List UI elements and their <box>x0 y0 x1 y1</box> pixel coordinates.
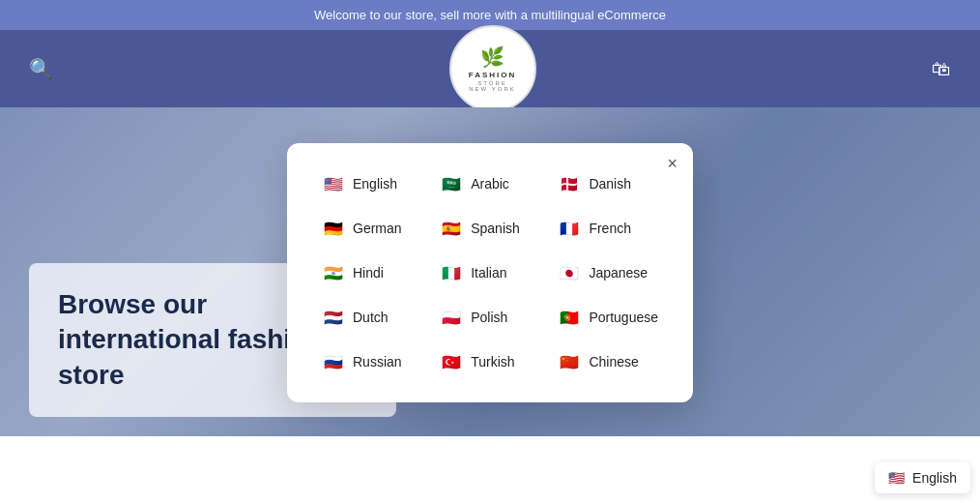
arabic-flag: 🇸🇦 <box>440 172 463 195</box>
english-flag: 🇺🇸 <box>322 172 345 195</box>
modal-close-button[interactable]: × <box>667 155 677 172</box>
dutch-label: Dutch <box>353 310 389 325</box>
french-label: French <box>589 221 631 236</box>
language-modal: × 🇺🇸English🇸🇦Arabic🇩🇰Danish🇩🇪German🇪🇸Spa… <box>287 143 693 402</box>
danish-flag: 🇩🇰 <box>558 172 581 195</box>
french-flag: 🇫🇷 <box>558 217 581 240</box>
turkish-flag: 🇹🇷 <box>440 350 463 373</box>
danish-label: Danish <box>589 176 631 192</box>
hindi-label: Hindi <box>353 265 384 281</box>
polish-flag: 🇵🇱 <box>440 306 463 329</box>
language-item-russian[interactable]: 🇷🇺Russian <box>314 344 426 379</box>
polish-label: Polish <box>471 310 507 325</box>
language-grid: 🇺🇸English🇸🇦Arabic🇩🇰Danish🇩🇪German🇪🇸Spani… <box>314 166 666 379</box>
language-item-japanese[interactable]: 🇯🇵Japanese <box>550 255 666 290</box>
language-item-german[interactable]: 🇩🇪German <box>314 211 426 246</box>
modal-overlay: × 🇺🇸English🇸🇦Arabic🇩🇰Danish🇩🇪German🇪🇸Spa… <box>0 0 980 503</box>
spanish-label: Spanish <box>471 221 520 236</box>
dutch-flag: 🇳🇱 <box>322 306 345 329</box>
russian-label: Russian <box>353 354 402 370</box>
language-item-polish[interactable]: 🇵🇱Polish <box>432 300 544 335</box>
language-item-portuguese[interactable]: 🇵🇹Portuguese <box>550 300 666 335</box>
italian-flag: 🇮🇹 <box>440 261 463 284</box>
chinese-flag: 🇨🇳 <box>558 350 581 373</box>
language-item-dutch[interactable]: 🇳🇱Dutch <box>314 300 426 335</box>
language-item-arabic[interactable]: 🇸🇦Arabic <box>432 166 544 201</box>
language-item-english[interactable]: 🇺🇸English <box>314 166 426 201</box>
portuguese-flag: 🇵🇹 <box>558 306 581 329</box>
language-item-italian[interactable]: 🇮🇹Italian <box>432 255 544 290</box>
arabic-label: Arabic <box>471 176 509 192</box>
italian-label: Italian <box>471 265 506 281</box>
language-item-hindi[interactable]: 🇮🇳Hindi <box>314 255 426 290</box>
language-item-danish[interactable]: 🇩🇰Danish <box>550 166 666 201</box>
language-item-spanish[interactable]: 🇪🇸Spanish <box>432 211 544 246</box>
english-label: English <box>353 176 397 192</box>
language-item-chinese[interactable]: 🇨🇳Chinese <box>550 344 666 379</box>
german-flag: 🇩🇪 <box>322 217 345 240</box>
hindi-flag: 🇮🇳 <box>322 261 345 284</box>
language-item-french[interactable]: 🇫🇷French <box>550 211 666 246</box>
german-label: German <box>353 221 402 236</box>
japanese-flag: 🇯🇵 <box>558 261 581 284</box>
japanese-label: Japanese <box>589 265 648 281</box>
portuguese-label: Portuguese <box>589 310 658 325</box>
russian-flag: 🇷🇺 <box>322 350 345 373</box>
turkish-label: Turkish <box>471 354 514 370</box>
chinese-label: Chinese <box>589 354 638 370</box>
language-item-turkish[interactable]: 🇹🇷Turkish <box>432 344 544 379</box>
spanish-flag: 🇪🇸 <box>440 217 463 240</box>
